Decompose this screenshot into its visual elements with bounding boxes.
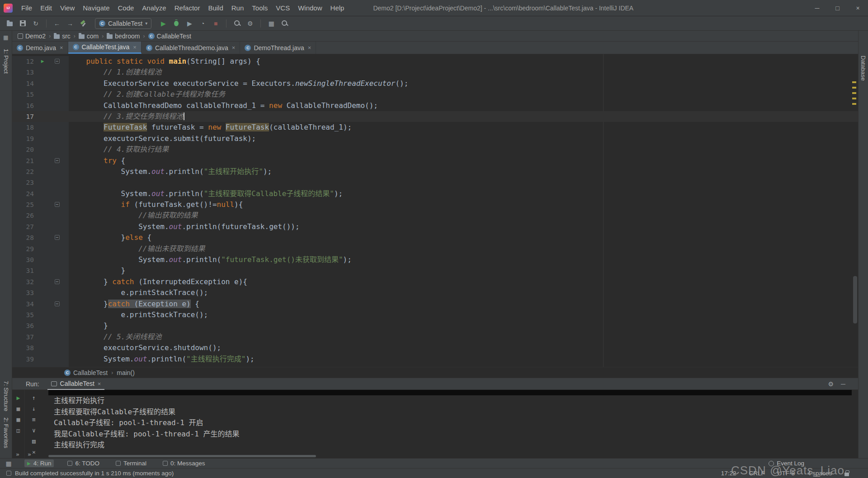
encoding-indicator[interactable]: UTF-8 xyxy=(778,470,795,477)
tool-windows-icon[interactable]: ▦ xyxy=(3,34,8,41)
code-line[interactable]: 39 System.out.println("主线程执行完成"); xyxy=(12,354,858,365)
scroll-to-end-icon[interactable]: ∨ xyxy=(32,427,36,434)
print-icon[interactable]: ▤ xyxy=(32,438,36,445)
forward-icon[interactable]: → xyxy=(65,19,75,28)
menu-refactor[interactable]: Refactor xyxy=(170,2,204,14)
tool-strip-structure[interactable]: 7: Structure xyxy=(3,381,9,411)
code-line[interactable]: 34− }catch (Exception e) { xyxy=(12,299,858,309)
code-line[interactable]: 14 ExecutorService executorService = Exe… xyxy=(12,78,858,89)
profiler-icon[interactable]: ◔ xyxy=(198,19,208,28)
stop-icon[interactable]: ■ xyxy=(211,19,221,28)
overflow-chevron-icon[interactable]: » xyxy=(16,451,19,458)
run-line-icon[interactable]: ▶ xyxy=(34,56,51,67)
sync-icon[interactable]: ↻ xyxy=(31,19,41,28)
search-icon[interactable] xyxy=(232,19,242,28)
tab-demo-java[interactable]: CDemo.java× xyxy=(12,42,68,54)
code-line[interactable]: 23 xyxy=(12,177,858,188)
menu-tools[interactable]: Tools xyxy=(248,2,272,14)
rerun-icon[interactable]: ▶ xyxy=(17,394,20,401)
open-icon[interactable] xyxy=(5,19,14,28)
fold-marker[interactable]: − xyxy=(51,232,63,243)
run-console[interactable]: ▶■▦◫ ↑↓≡∨▤× » » 主线程开始执行主线程要取得Callable子线程… xyxy=(12,390,858,458)
menu-analyze[interactable]: Analyze xyxy=(138,2,170,14)
lock-icon[interactable] xyxy=(844,473,849,476)
bottom-bar-event-log[interactable]: Event Log xyxy=(766,459,807,467)
code-line[interactable]: 31 } xyxy=(12,265,858,276)
breadcrumb-item-callabletest[interactable]: CCallableTest xyxy=(148,33,191,40)
fold-minus-icon[interactable]: − xyxy=(55,235,60,240)
up-stack-icon[interactable]: ↑ xyxy=(32,394,36,401)
fold-minus-icon[interactable]: − xyxy=(55,202,60,207)
code-line[interactable]: 13 // 1.创建线程池 xyxy=(12,67,858,78)
code-line[interactable]: 32− } catch (InterruptedException e){ xyxy=(12,276,858,287)
close-icon[interactable]: × xyxy=(232,44,236,51)
fold-marker[interactable]: − xyxy=(51,276,63,287)
breadcrumb-item-bedroom[interactable]: bedroom xyxy=(107,33,140,40)
menu-edit[interactable]: Edit xyxy=(36,2,56,14)
run-console-tab[interactable]: CallableTest × xyxy=(47,378,105,390)
code-line[interactable]: 25− if (futureTask.get()!=null){ xyxy=(12,199,858,210)
console-hscrollbar[interactable] xyxy=(48,455,316,457)
soft-wrap-icon[interactable]: ≡ xyxy=(32,416,36,423)
settings-icon[interactable]: ⚙ xyxy=(828,380,834,388)
code-editor[interactable]: 12▶− public static void main(String[] ar… xyxy=(12,54,858,367)
footer-breadcrumb-item[interactable]: CallableTest xyxy=(73,369,108,376)
hide-panel-icon[interactable]: ─ xyxy=(841,380,845,388)
error-stripe-mark[interactable] xyxy=(852,103,856,105)
fold-minus-icon[interactable]: − xyxy=(55,158,60,163)
bottom-bar-terminal[interactable]: Terminal xyxy=(113,459,149,467)
tool-strip-database[interactable]: Database xyxy=(860,56,867,81)
menu-navigate[interactable]: Navigate xyxy=(79,2,113,14)
code-line[interactable]: 24 System.out.println("主线程要取得Callable子线程… xyxy=(12,188,858,199)
code-line[interactable]: 33 e.printStackTrace(); xyxy=(12,287,858,298)
close-icon[interactable]: × xyxy=(133,44,137,51)
run-config-combo[interactable]: CCallableTest▾ xyxy=(95,18,151,29)
code-line[interactable]: 19 executorService.submit(futureTask); xyxy=(12,133,858,144)
code-line[interactable]: 40 xyxy=(12,365,858,367)
menu-vcs[interactable]: VCS xyxy=(272,2,294,14)
code-line[interactable]: 15 // 2.创建Callable子线程对象任务 xyxy=(12,89,858,100)
menu-help[interactable]: Help xyxy=(326,2,349,14)
error-stripe-mark[interactable] xyxy=(852,98,856,99)
indent-indicator[interactable]: 4 spaces xyxy=(807,470,832,477)
bottom-bar-6-todo[interactable]: 6: TODO xyxy=(65,459,102,467)
menu-run[interactable]: Run xyxy=(227,2,248,14)
tool-strip-project[interactable]: 1: Project xyxy=(3,49,9,74)
fold-minus-icon[interactable]: − xyxy=(55,279,60,284)
pin-tab-icon[interactable]: ◫ xyxy=(17,427,20,434)
bottom-bar-4-run[interactable]: ▶4: Run xyxy=(24,459,54,467)
close-button[interactable]: × xyxy=(848,0,868,16)
menu-build[interactable]: Build xyxy=(204,2,227,14)
error-stripe-mark[interactable] xyxy=(852,81,856,83)
code-line[interactable]: 36 } xyxy=(12,320,858,331)
code-line[interactable]: 35 e.printStackTrace(); xyxy=(12,309,858,320)
footer-breadcrumb-item[interactable]: main() xyxy=(117,369,135,376)
code-line[interactable]: 12▶− public static void main(String[] ar… xyxy=(12,56,858,67)
quick-access-icon[interactable]: ▦ xyxy=(4,459,14,469)
tab-demothread-java[interactable]: CDemoThread.java× xyxy=(240,42,316,54)
breadcrumb-item-demo2[interactable]: Demo2 xyxy=(18,33,46,40)
tab-callabletest-java[interactable]: CCallableTest.java× xyxy=(68,42,142,54)
line-ending-indicator[interactable]: CRLF xyxy=(749,470,764,477)
code-line[interactable]: 21− try { xyxy=(12,155,858,166)
debug-icon[interactable] xyxy=(171,19,181,28)
code-line[interactable]: 17 // 3.提交任务到线程池 xyxy=(12,111,858,122)
tool-strip-favorites[interactable]: 2: Favorites xyxy=(3,417,9,448)
fold-minus-icon[interactable]: − xyxy=(55,59,60,64)
coverage-icon[interactable]: ▶ xyxy=(184,19,194,28)
fold-marker[interactable]: − xyxy=(51,299,63,309)
code-line[interactable]: 27 System.out.println(futureTask.get()); xyxy=(12,221,858,232)
close-icon[interactable]: × xyxy=(60,44,63,51)
code-line[interactable]: 37 // 5.关闭线程池 xyxy=(12,332,858,342)
code-line[interactable]: 26 //输出获取的结果 xyxy=(12,210,858,221)
fold-minus-icon[interactable]: − xyxy=(55,301,60,306)
restore-layout-icon[interactable]: ▦ xyxy=(17,416,20,423)
error-stripe-mark[interactable] xyxy=(852,92,856,94)
code-line[interactable]: 30 System.out.println("futureTask.get()未… xyxy=(12,254,858,265)
code-line[interactable]: 16 CallableThreadDemo callableThread_1 =… xyxy=(12,100,858,111)
editor-scrollbar[interactable] xyxy=(853,276,857,323)
overflow-chevron-icon[interactable]: » xyxy=(28,451,31,458)
fold-marker[interactable]: − xyxy=(51,155,63,166)
menu-code[interactable]: Code xyxy=(113,2,138,14)
minimize-button[interactable]: ─ xyxy=(807,0,827,16)
